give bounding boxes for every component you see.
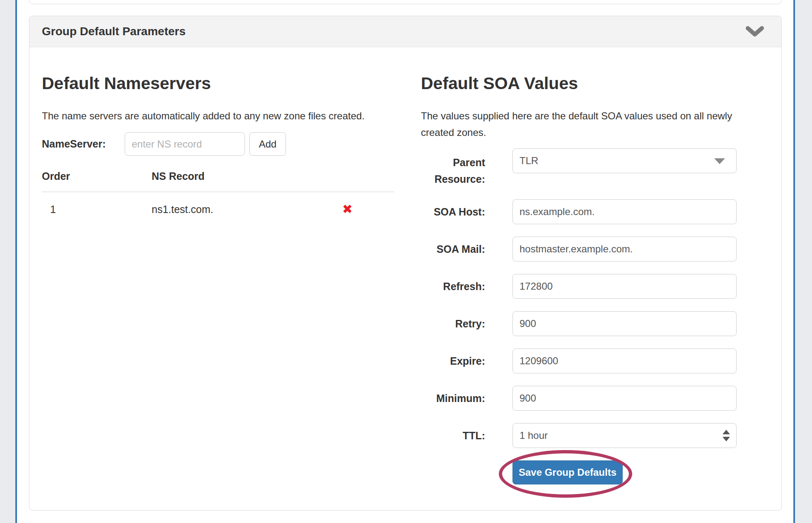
soa-host-input[interactable] [512,199,737,224]
minimum-row: Minimum: [421,386,770,411]
nameservers-description: The name servers are automatically added… [42,108,382,124]
soa-description: The values supplied here are the default… [421,108,761,141]
soa-form: Parent Resource: SOA Host: SOA Ma [421,148,770,484]
nameserver-form: NameServer: Add [42,132,406,156]
retry-input[interactable] [512,311,737,336]
ns-record-value: ns1.test.com. [152,203,342,215]
ttl-label: TTL: [421,427,485,444]
refresh-row: Refresh: [421,274,770,299]
save-group-defaults-button[interactable]: Save Group Defaults [512,460,623,484]
minimum-field-wrap [512,386,737,411]
soa-heading: Default SOA Values [421,74,770,93]
expire-field-wrap [512,349,737,373]
left-frame-border [15,0,17,523]
parent-resource-value[interactable] [512,148,737,173]
retry-row: Retry: [421,311,770,336]
nameserver-label: NameServer: [42,138,125,150]
chevron-down-icon [746,32,764,38]
default-soa-values-section: Default SOA Values The values supplied h… [421,47,770,484]
parent-resource-row: Parent Resource: [421,148,770,173]
soa-mail-label: SOA Mail: [421,241,485,257]
ns-row-actions: ✖ [342,203,394,216]
select-spinner-icon [723,430,730,441]
retry-label: Retry: [421,315,485,332]
previous-panel-edge [29,0,782,4]
refresh-field-wrap [512,274,737,299]
refresh-input[interactable] [512,274,737,299]
expire-input[interactable] [512,349,737,373]
parent-resource-label: Parent Resource: [421,154,485,187]
default-nameservers-section: Default Nameservers The name servers are… [42,47,406,216]
parent-resource-select[interactable] [512,148,737,173]
minimum-label: Minimum: [421,390,485,407]
ns-record-column-header: NS Record [152,170,342,182]
soa-host-field-wrap [512,199,737,224]
right-frame-border [793,0,795,523]
page: Group Default Parameters Default Nameser… [0,0,812,523]
refresh-label: Refresh: [421,278,485,295]
caret-down-icon [714,158,725,164]
retry-field-wrap [512,311,737,336]
ns-order-value: 1 [42,203,152,215]
group-default-parameters-panel: Group Default Parameters Default Nameser… [29,16,782,511]
minimum-input[interactable] [512,386,737,411]
nameserver-input[interactable] [125,132,245,156]
panel-header: Group Default Parameters [29,16,781,47]
soa-mail-field-wrap [512,237,737,262]
ttl-value[interactable] [512,423,737,448]
soa-host-row: SOA Host: [421,199,770,224]
order-column-header: Order [42,170,152,182]
ttl-select[interactable] [512,423,737,448]
table-row: 1 ns1.test.com. ✖ [42,192,394,216]
soa-host-label: SOA Host: [421,203,485,220]
nameservers-table: Order NS Record 1 ns1.test.com. ✖ [42,170,394,216]
panel-body: Default Nameservers The name servers are… [29,47,781,511]
delete-nameserver-icon[interactable]: ✖ [342,203,353,215]
soa-mail-row: SOA Mail: [421,237,770,262]
panel-title: Group Default Parameters [42,25,186,38]
add-nameserver-button[interactable]: Add [249,132,286,156]
soa-mail-input[interactable] [512,237,737,262]
expire-label: Expire: [421,353,485,369]
ttl-row: TTL: [421,423,770,448]
expire-row: Expire: [421,349,770,373]
collapse-panel-button[interactable] [746,26,764,37]
nameservers-table-header: Order NS Record [42,170,394,192]
nameservers-heading: Default Nameservers [42,74,406,93]
